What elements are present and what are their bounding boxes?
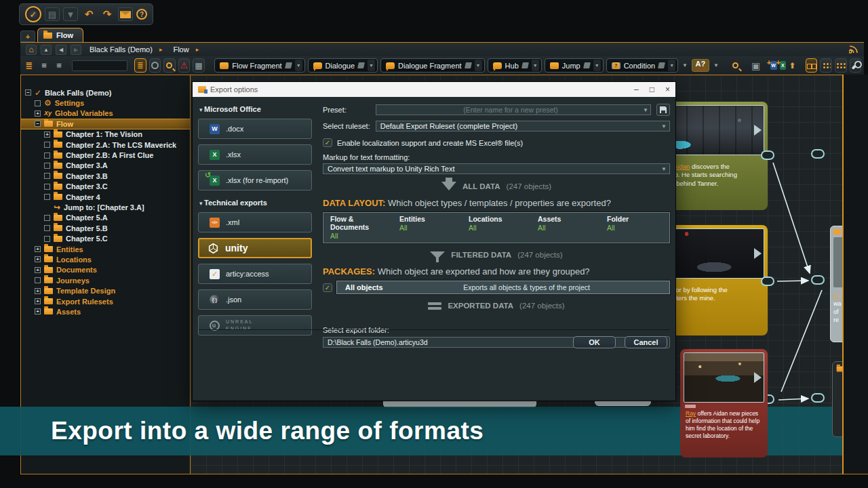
chevron-down-icon[interactable]: ▼ xyxy=(475,60,482,71)
checkbox-checked-icon[interactable]: ✓ xyxy=(323,138,332,147)
breadcrumb-separator-icon[interactable]: ▸ xyxy=(196,46,199,53)
minimize-button[interactable]: – xyxy=(634,85,639,94)
collapse-all-icon[interactable]: ≡ xyxy=(38,60,50,70)
expander[interactable] xyxy=(44,184,50,190)
chevron-down-icon[interactable]: ▼ xyxy=(532,60,539,71)
chevron-down-icon[interactable]: ▼ xyxy=(668,60,675,71)
tree-item-template-design[interactable]: + Template Design xyxy=(21,285,190,296)
tree-item-chapter[interactable]: Chapter 3.A xyxy=(21,161,190,171)
expander[interactable]: + xyxy=(35,110,41,117)
node-preview-image[interactable] xyxy=(684,352,764,403)
search-button[interactable] xyxy=(163,58,176,73)
expander[interactable] xyxy=(35,277,41,283)
tree-item-journeys[interactable]: Journeys xyxy=(21,275,190,285)
expander[interactable]: + xyxy=(35,256,41,262)
create-dialogue-button[interactable]: Dialogue ▼ xyxy=(308,58,378,73)
export-excel-icon[interactable]: X xyxy=(780,61,787,70)
flow-node-red[interactable]: Ray offers Aidan new pieces of informati… xyxy=(680,349,768,458)
ruleset-select[interactable]: Default Export Ruleset (complete Project… xyxy=(376,121,670,131)
format-xlsx-reimport-button[interactable]: X .xlsx (for re-import) xyxy=(198,170,312,190)
tree-item-documents[interactable]: + Documents xyxy=(21,265,190,275)
breadcrumb-project[interactable]: Black Falls (Demo) xyxy=(90,45,153,54)
tree-item-chapter[interactable]: Chapter 3.C xyxy=(21,182,190,192)
help-button[interactable]: ? xyxy=(136,9,147,20)
tree-item-assets[interactable]: + Assets xyxy=(21,306,190,317)
feed-icon[interactable] xyxy=(849,45,859,54)
tree-item-chapter[interactable]: Chapter 3.B xyxy=(21,171,190,181)
expander[interactable]: + xyxy=(35,288,41,294)
expander[interactable] xyxy=(44,163,50,169)
expander[interactable]: + xyxy=(35,246,41,252)
preset-field[interactable]: ▼ xyxy=(376,104,651,115)
chip-icon[interactable]: ▣ xyxy=(751,60,760,71)
chevron-down-icon[interactable]: ▼ xyxy=(593,60,601,71)
breadcrumb-separator-icon[interactable]: ▸ xyxy=(159,46,163,53)
expander[interactable]: + xyxy=(44,131,50,138)
package-row-all-objects[interactable]: All objects Exports all objects & types … xyxy=(336,281,670,294)
input-pin[interactable] xyxy=(811,149,825,159)
forward-button[interactable]: ▶ xyxy=(71,45,81,55)
format-xlsx-button[interactable]: X .xlsx xyxy=(198,144,312,165)
layout-column[interactable]: Entities All xyxy=(393,215,462,240)
tree-item-chapter[interactable]: Chapter 5.C xyxy=(21,233,190,243)
dialog-titlebar[interactable]: Export options – □ × xyxy=(193,82,675,97)
tree-list-icon[interactable]: ≣ xyxy=(23,60,35,70)
zoom-button[interactable] xyxy=(730,58,741,73)
tree-item-export-rulesets[interactable]: + Export Rulesets xyxy=(21,296,190,306)
preset-input[interactable] xyxy=(376,105,650,115)
create-condition-button[interactable]: Condition ▼ xyxy=(606,58,678,73)
breadcrumb-section[interactable]: Flow xyxy=(173,45,189,54)
chevron-down-icon[interactable]: ▼ xyxy=(681,62,688,68)
format-xml-button[interactable]: </> .xml xyxy=(198,212,312,232)
save-preset-button[interactable] xyxy=(656,104,670,116)
cancel-button[interactable]: Cancel xyxy=(625,336,667,348)
section-technical-exports[interactable]: Technical exports xyxy=(199,199,313,207)
right-panel-edge[interactable] xyxy=(842,75,868,474)
tree-item-chapter[interactable]: Chapter 2.B: A First Clue xyxy=(21,150,190,160)
create-jump-button[interactable]: Jump ▼ xyxy=(545,58,604,73)
save-button[interactable]: ▼ xyxy=(63,7,78,21)
add-tab-button[interactable]: + xyxy=(20,30,35,42)
format-unity-button[interactable]: unity xyxy=(198,238,312,258)
tree-item-settings[interactable]: ⚙ Settings xyxy=(21,98,190,108)
tree-item-project[interactable]: − ✓ Black Falls (Demo) xyxy=(21,87,190,98)
section-microsoft-office[interactable]: Microsoft Office xyxy=(199,105,313,113)
spellcheck-button[interactable]: A? xyxy=(692,59,710,72)
flow-view-button[interactable]: ≣ xyxy=(134,58,146,73)
expander[interactable] xyxy=(44,142,50,148)
toolbar-filter-field[interactable] xyxy=(72,60,127,71)
expander[interactable]: − xyxy=(35,121,41,127)
ok-button[interactable]: OK xyxy=(573,336,616,348)
tree-item-chapter[interactable]: + Chapter 1: The Vision xyxy=(21,129,190,140)
undo-button[interactable]: ↶ xyxy=(81,7,96,21)
calc-button[interactable]: ▦ xyxy=(193,58,205,73)
format-json-button[interactable]: { } .json xyxy=(198,289,312,310)
upload-icon[interactable]: ⬆ xyxy=(789,61,795,70)
maximize-button[interactable]: □ xyxy=(650,85,654,94)
tree-item-chapter[interactable]: Chapter 4 xyxy=(21,192,190,202)
tools-button[interactable] xyxy=(850,58,862,73)
expander[interactable] xyxy=(44,152,50,159)
chevron-down-icon[interactable]: ▼ xyxy=(643,107,648,113)
warnings-button[interactable]: ⚠ xyxy=(178,58,191,73)
redo-button[interactable]: ↷ xyxy=(100,7,115,21)
tree-item-flow[interactable]: − Flow xyxy=(21,119,190,129)
entity-link[interactable]: Ray xyxy=(686,410,696,417)
checkbox-checked-icon[interactable]: ✓ xyxy=(323,283,332,292)
expander[interactable] xyxy=(44,173,50,179)
expander[interactable]: + xyxy=(35,267,41,273)
back-button[interactable]: ◀ xyxy=(56,45,66,55)
history-button[interactable] xyxy=(149,58,161,73)
tree-item-chapter[interactable]: Chapter 5.B xyxy=(21,223,190,233)
create-hub-button[interactable]: Hub ▼ xyxy=(488,58,542,73)
home-button[interactable]: ⌂ xyxy=(26,45,37,55)
expander[interactable] xyxy=(35,100,41,106)
tree-item-entities[interactable]: + Entities xyxy=(21,244,190,254)
new-document-button[interactable]: ▤ xyxy=(45,7,60,21)
grid-large-button[interactable] xyxy=(835,58,847,73)
expander[interactable]: + xyxy=(35,298,41,304)
expander[interactable]: + xyxy=(35,308,41,314)
layout-column[interactable]: Assets All xyxy=(531,215,600,240)
expander[interactable] xyxy=(44,215,50,221)
expander[interactable] xyxy=(44,236,50,242)
